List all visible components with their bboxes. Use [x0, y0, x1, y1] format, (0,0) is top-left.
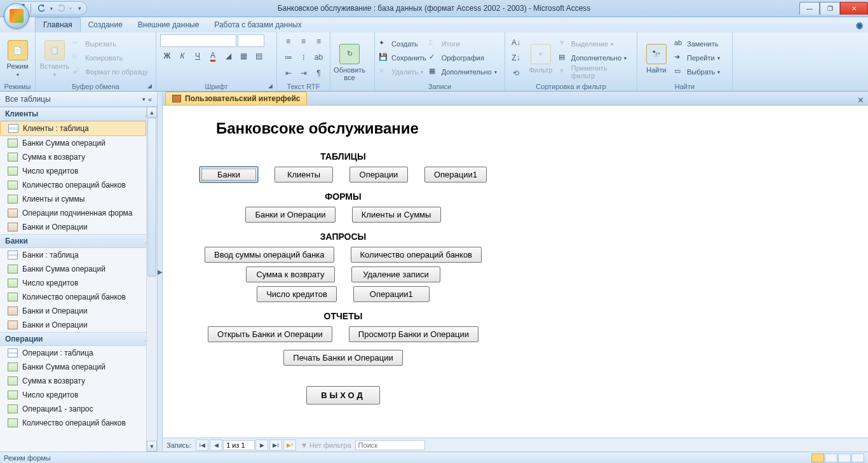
layout-view-button[interactable]	[838, 453, 851, 462]
new-record-nav-button[interactable]: ▶*	[283, 439, 296, 451]
record-search-input[interactable]	[355, 440, 425, 450]
nav-item[interactable]: Банки Сумма операций	[0, 262, 146, 276]
nav-item[interactable]: Банки и Операции	[0, 220, 146, 234]
nav-item[interactable]: Операции подчиненная форма	[0, 206, 146, 220]
minimize-button[interactable]: —	[799, 2, 820, 15]
prev-record-button[interactable]: ◀	[210, 439, 222, 451]
nav-item[interactable]: Клиенты и суммы	[0, 192, 146, 206]
doc-tab-user-interface[interactable]: Пользовательский интерфейс	[165, 92, 307, 105]
nav-item[interactable]: Операции : таблица	[0, 346, 146, 360]
office-button[interactable]	[4, 3, 29, 29]
tab-home[interactable]: Главная	[35, 17, 81, 32]
new-record-button[interactable]: ✦Создать	[379, 37, 426, 51]
decrease-indent-button[interactable]: ⇤	[281, 66, 295, 80]
find-button[interactable]: 🔭Найти	[641, 36, 672, 80]
more-button[interactable]: ▦Дополнительно▾	[429, 65, 497, 79]
btn-operations1[interactable]: Операции1	[424, 167, 487, 183]
btn-preview-banks-ops-report[interactable]: Просмотр Банки и Операции	[349, 326, 478, 342]
number-list-button[interactable]: ≔	[281, 50, 295, 64]
bold-button[interactable]: Ж	[160, 49, 174, 63]
italic-button[interactable]: К	[175, 49, 189, 63]
last-record-button[interactable]: ▶I	[269, 439, 282, 451]
btn-operations1-query[interactable]: Операции1	[353, 286, 430, 302]
nav-item[interactable]: Банки и Операции	[0, 318, 146, 332]
nav-scrollbar[interactable]: ▲ ▼	[146, 107, 157, 452]
btn-count-ops-query[interactable]: Количество операций банков	[351, 247, 482, 263]
btn-banks-and-ops-form[interactable]: Банки и Операции	[245, 207, 335, 223]
scroll-down-button[interactable]: ▼	[147, 441, 157, 452]
ltr-button[interactable]: ¶	[312, 66, 326, 80]
close-button[interactable]: ✕	[840, 2, 868, 15]
btn-open-banks-ops-report[interactable]: Открыть Банки и Операции	[208, 326, 332, 342]
nav-filter-dropdown-icon[interactable]: ▾	[142, 96, 146, 102]
replace-button[interactable]: abЗаменить	[674, 37, 720, 51]
btn-clients-and-sums-form[interactable]: Клиенты и Суммы	[352, 207, 441, 223]
first-record-button[interactable]: I◀	[196, 439, 208, 451]
font-size-combo[interactable]	[238, 34, 264, 47]
next-record-button[interactable]: ▶	[255, 439, 268, 451]
nav-item[interactable]: Клиенты : таблица	[0, 121, 146, 136]
nav-group-header[interactable]: Операции︽	[0, 332, 157, 346]
nav-item[interactable]: Число кредитов	[0, 164, 146, 178]
save-record-button[interactable]: 💾Сохранить	[379, 51, 426, 65]
nav-item[interactable]: Банки : таблица	[0, 248, 146, 262]
font-family-combo[interactable]	[160, 34, 236, 47]
design-view-button[interactable]	[851, 453, 864, 462]
nav-item[interactable]: Банки Сумма операций	[0, 136, 146, 150]
undo-icon[interactable]	[37, 4, 46, 13]
fill-color-button[interactable]: ◢	[221, 49, 235, 63]
datasheet-view-button[interactable]	[825, 453, 837, 462]
tab-database-tools[interactable]: Работа с базами данных	[207, 18, 309, 32]
maximize-button[interactable]: ❐	[820, 2, 840, 15]
splitter[interactable]: ▶	[158, 92, 163, 452]
form-view-button[interactable]	[811, 453, 824, 462]
nav-item[interactable]: Банки Сумма операций	[0, 360, 146, 374]
btn-credit-count-query[interactable]: Число кредитов	[257, 286, 337, 302]
nav-item[interactable]: Сумма к возврату	[0, 374, 146, 388]
nav-collapse-icon[interactable]: «	[148, 95, 152, 103]
select-button[interactable]: ▭Выбрать▾	[674, 65, 720, 79]
help-icon[interactable]: ◉	[856, 20, 863, 30]
btn-clients[interactable]: Клиенты	[275, 167, 333, 183]
btn-delete-record-query[interactable]: Удаление записи	[351, 266, 440, 282]
goto-button[interactable]: ➜Перейти▾	[674, 51, 720, 65]
bullet-list-button[interactable]: ⫶	[297, 50, 311, 64]
font-color-button[interactable]: A	[206, 49, 220, 63]
nav-item[interactable]: Число кредитов	[0, 388, 146, 402]
gridlines-button[interactable]: ▦	[236, 49, 250, 63]
dialog-launcher-icon[interactable]: ◢	[147, 83, 152, 89]
nav-item[interactable]: Количество операций банков	[0, 416, 146, 430]
view-button[interactable]: 📄Режим▾	[4, 36, 31, 80]
nav-item[interactable]: Количество операций банков	[0, 290, 146, 304]
refresh-all-button[interactable]: ↻Обновить все	[334, 39, 365, 84]
align-right-button[interactable]: ≡	[312, 34, 326, 48]
alt-color-button[interactable]: ▤	[252, 49, 266, 63]
nav-item[interactable]: Операции1 - запрос	[0, 402, 146, 416]
spelling-button[interactable]: ✓Орфография	[429, 51, 497, 65]
nav-item[interactable]: Банки и Операции	[0, 304, 146, 318]
align-center-button[interactable]: ≡	[297, 34, 311, 48]
close-tab-icon[interactable]: ✕	[857, 95, 864, 105]
scroll-up-button[interactable]: ▲	[147, 107, 157, 118]
btn-operations[interactable]: Операции	[349, 167, 408, 183]
nav-pane-header[interactable]: Все таблицы ▾«	[0, 92, 157, 107]
nav-item[interactable]: Число кредитов	[0, 276, 146, 290]
btn-sum-return-query[interactable]: Сумма к возврату	[246, 266, 335, 282]
highlight-button[interactable]: ab	[312, 50, 326, 64]
scroll-thumb[interactable]	[147, 118, 156, 277]
undo-dropdown-icon[interactable]: ▾	[50, 6, 53, 11]
qat-customize-icon[interactable]: ▾	[78, 5, 81, 11]
underline-button[interactable]: Ч	[191, 49, 205, 63]
btn-banks[interactable]: Банки	[200, 167, 258, 183]
record-position-input[interactable]	[223, 440, 255, 450]
btn-exit[interactable]: ВЫХОД	[306, 386, 380, 404]
align-left-button[interactable]: ≡	[281, 34, 295, 48]
nav-item[interactable]: Количество операций банков	[0, 178, 146, 192]
increase-indent-button[interactable]: ⇥	[297, 66, 311, 80]
dialog-launcher-icon[interactable]: ◢	[268, 83, 273, 89]
btn-input-sum-query[interactable]: Ввод суммы операций банка	[205, 247, 334, 263]
nav-item[interactable]: Сумма к возврату	[0, 150, 146, 164]
btn-print-banks-ops-report[interactable]: Печать Банки и Операции	[283, 350, 402, 366]
nav-group-header[interactable]: Банки︽	[0, 234, 157, 248]
advanced-filter-button[interactable]: ▤Дополнительно▾	[559, 51, 633, 65]
